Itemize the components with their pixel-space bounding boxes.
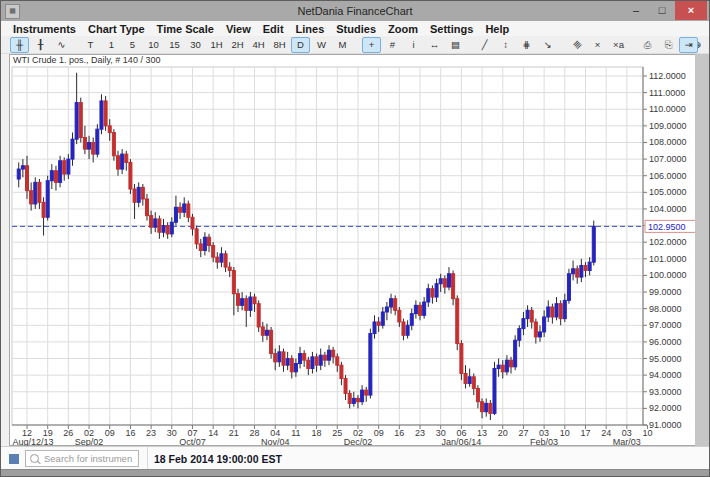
- svg-text:91.0000: 91.0000: [649, 420, 682, 430]
- timescale-8h-button[interactable]: 8H: [270, 37, 289, 53]
- svg-text:101.0000: 101.0000: [649, 254, 687, 264]
- close-button[interactable]: ×: [675, 1, 707, 20]
- svg-text:106.0000: 106.0000: [649, 171, 687, 181]
- svg-text:93.0000: 93.0000: [649, 387, 682, 397]
- print-button[interactable]: ⎙: [638, 37, 657, 53]
- indicator-window-button[interactable]: ▤: [446, 37, 465, 53]
- chart-type-group: ╫╂∿: [9, 37, 72, 53]
- timescale-15m-button[interactable]: 15: [165, 37, 184, 53]
- line-chart-button[interactable]: ∿: [52, 37, 71, 53]
- menu-bar: InstrumentsChart TypeTime ScaleViewEditL…: [1, 21, 709, 36]
- timescale-group: T151015301H2H4H8HDWM: [80, 37, 353, 53]
- last-price-label: 102.9500: [645, 220, 697, 232]
- parallel-channel-button[interactable]: ⋕: [517, 37, 536, 53]
- menu-instruments[interactable]: Instruments: [7, 23, 82, 35]
- print-preview-button[interactable]: ⎘: [659, 37, 678, 53]
- timescale-daily-button[interactable]: D: [291, 37, 310, 53]
- svg-text:14: 14: [208, 428, 218, 438]
- window-title: NetDania FinanceChart: [1, 5, 709, 17]
- svg-text:26: 26: [63, 428, 73, 438]
- candlestick-chart-button[interactable]: ╫: [10, 37, 29, 53]
- crosshair-button[interactable]: +: [362, 37, 381, 53]
- timescale-1m-button[interactable]: 1: [102, 37, 121, 53]
- svg-text:99.0000: 99.0000: [649, 287, 682, 297]
- toolbar: ╫╂∿T151015301H2H4H8HDWM+#i↔▤╱↕⋕↘≣××a⎙⎘⊕⊖…: [1, 36, 709, 54]
- svg-text:104.0000: 104.0000: [649, 204, 687, 214]
- svg-text:20: 20: [498, 428, 508, 438]
- price-chart[interactable]: 91.000092.000093.000094.000095.000096.00…: [10, 55, 698, 447]
- menu-zoom[interactable]: Zoom: [382, 23, 424, 35]
- svg-text:23: 23: [415, 428, 425, 438]
- svg-text:30: 30: [167, 428, 177, 438]
- search-input[interactable]: [42, 452, 134, 465]
- cursor-group: +#i↔▤: [361, 37, 466, 53]
- chart-panel: WTI Crude 1. pos., Daily, # 140 / 300 91…: [9, 54, 697, 446]
- arrow-tool-button[interactable]: ↘: [538, 37, 557, 53]
- edit-group: ≣××a: [566, 37, 629, 53]
- svg-text:111.0000: 111.0000: [649, 88, 685, 98]
- vertical-line-button[interactable]: ↕: [496, 37, 515, 53]
- menu-settings[interactable]: Settings: [424, 23, 479, 35]
- svg-text:102.9500: 102.9500: [648, 222, 686, 232]
- timescale-30m-button[interactable]: 30: [186, 37, 205, 53]
- svg-text:21: 21: [229, 428, 239, 438]
- info-button[interactable]: i: [404, 37, 423, 53]
- menu-edit[interactable]: Edit: [257, 23, 290, 35]
- timescale-monthly-button[interactable]: M: [333, 37, 352, 53]
- menu-help[interactable]: Help: [479, 23, 515, 35]
- connection-indicator-icon: [9, 454, 19, 464]
- svg-text:100.0000: 100.0000: [649, 270, 687, 280]
- grid-toggle-button[interactable]: #: [383, 37, 402, 53]
- svg-text:11: 11: [291, 428, 300, 438]
- svg-text:98.0000: 98.0000: [649, 304, 682, 314]
- instrument-search-box: [25, 450, 139, 467]
- search-icon: [30, 454, 39, 463]
- svg-text:28: 28: [250, 428, 260, 438]
- dock-panel-button[interactable]: ⇥: [679, 37, 698, 53]
- svg-text:16: 16: [125, 428, 135, 438]
- x-axis: 1219260209162330071421280411182502091623…: [12, 425, 653, 447]
- delete-line-button[interactable]: ×: [588, 37, 607, 53]
- svg-text:102.0000: 102.0000: [649, 237, 687, 247]
- print-group: ⎙⎘: [637, 37, 679, 53]
- menu-lines[interactable]: Lines: [290, 23, 331, 35]
- svg-text:96.0000: 96.0000: [649, 337, 682, 347]
- minimize-button[interactable]: –: [623, 1, 649, 20]
- svg-text:107.0000: 107.0000: [649, 154, 687, 164]
- delete-all-lines-button[interactable]: ×a: [609, 37, 628, 53]
- svg-text:108.0000: 108.0000: [649, 137, 687, 147]
- menu-time-scale[interactable]: Time Scale: [151, 23, 220, 35]
- svg-text:110.0000: 110.0000: [649, 104, 686, 114]
- timescale-5m-button[interactable]: 5: [123, 37, 142, 53]
- timescale-4h-button[interactable]: 4H: [249, 37, 268, 53]
- candlesticks: [17, 73, 595, 420]
- menu-view[interactable]: View: [220, 23, 257, 35]
- timescale-10m-button[interactable]: 10: [144, 37, 163, 53]
- svg-text:109.0000: 109.0000: [649, 121, 687, 131]
- svg-text:10: 10: [643, 428, 653, 438]
- svg-text:09: 09: [105, 428, 115, 438]
- status-divider: [147, 447, 148, 470]
- line-tools-group: ╱↕⋕↘: [474, 37, 558, 53]
- timescale-1h-button[interactable]: 1H: [207, 37, 226, 53]
- timescale-tick-button[interactable]: T: [81, 37, 100, 53]
- window-right-edge: [695, 54, 709, 446]
- svg-text:97.0000: 97.0000: [649, 320, 682, 330]
- y-axis: 91.000092.000093.000094.000095.000096.00…: [643, 67, 687, 430]
- menu-chart-type[interactable]: Chart Type: [82, 23, 151, 35]
- svg-text:105.0000: 105.0000: [649, 187, 687, 197]
- menu-studies[interactable]: Studies: [330, 23, 382, 35]
- timescale-2h-button[interactable]: 2H: [228, 37, 247, 53]
- svg-text:09: 09: [374, 428, 384, 438]
- svg-text:112.0000: 112.0000: [649, 71, 686, 81]
- svg-text:24: 24: [601, 428, 611, 438]
- instrument-label: WTI Crude 1. pos., Daily, # 140 / 300: [13, 55, 160, 65]
- trend-line-button[interactable]: ╱: [475, 37, 494, 53]
- maximize-button[interactable]: □: [649, 1, 675, 20]
- scroll-chart-button[interactable]: ↔: [425, 37, 444, 53]
- angle-lines-button[interactable]: ≣: [567, 37, 586, 53]
- ohlc-bar-chart-button[interactable]: ╂: [31, 37, 50, 53]
- timescale-weekly-button[interactable]: W: [312, 37, 331, 53]
- svg-text:23: 23: [146, 428, 156, 438]
- finance-chart-window: ▦ NetDania FinanceChart – □ × Instrument…: [0, 0, 710, 477]
